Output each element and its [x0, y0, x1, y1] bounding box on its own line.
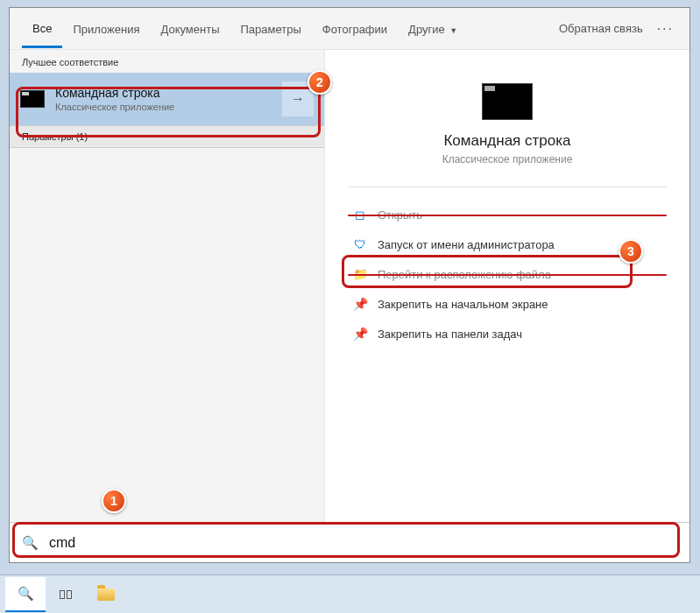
action-open-location[interactable]: 📁 Перейти к расположению файла — [348, 259, 667, 289]
annotation-badge-2: 2 — [308, 70, 332, 95]
action-location-label: Перейти к расположению файла — [378, 268, 551, 281]
windows-search-panel: Все Приложения Документы Параметры Фотог… — [9, 7, 690, 563]
pin-taskbar-icon: 📌 — [351, 327, 369, 341]
annotation-badge-1: 1 — [102, 489, 126, 513]
tab-other[interactable]: Другие ▼ — [398, 11, 468, 46]
tab-settings[interactable]: Параметры — [230, 11, 311, 46]
details-subtitle: Классическое приложение — [325, 153, 689, 166]
search-tabs-bar: Все Приложения Документы Параметры Фотог… — [10, 8, 689, 50]
result-subtitle: Классическое приложение — [55, 102, 277, 112]
settings-group-label: Параметры (1) — [10, 125, 324, 148]
tab-photos[interactable]: Фотографии — [312, 11, 398, 46]
best-match-label: Лучшее соответствие — [10, 50, 324, 73]
annotation-badge-3: 3 — [619, 239, 643, 264]
taskbar-taskview-button[interactable] — [46, 577, 86, 612]
search-icon: 🔍 — [18, 586, 34, 602]
folder-location-icon: 📁 — [351, 267, 369, 281]
pin-start-icon: 📌 — [351, 297, 369, 311]
action-run-admin-label: Запуск от имени администратора — [378, 238, 555, 251]
action-pin-taskbar-label: Закрепить на панели задач — [378, 328, 522, 341]
action-pin-start-label: Закрепить на начальном экране — [378, 298, 548, 311]
tab-all[interactable]: Все — [22, 10, 62, 48]
more-options-icon[interactable]: ··· — [654, 21, 677, 37]
cmd-large-icon — [482, 83, 533, 120]
divider — [348, 187, 667, 187]
taskbar-search-button[interactable]: 🔍 — [5, 577, 46, 612]
tab-documents[interactable]: Документы — [150, 11, 230, 46]
tab-apps[interactable]: Приложения — [62, 11, 150, 46]
action-pin-start[interactable]: 📌 Закрепить на начальном экране — [348, 289, 667, 319]
admin-icon: 🛡 — [351, 237, 369, 251]
action-open[interactable]: ◻ Открыть — [348, 200, 667, 229]
taskbar-explorer-button[interactable] — [86, 577, 126, 612]
chevron-down-icon: ▼ — [449, 26, 457, 35]
result-title: Командная строка — [55, 86, 277, 100]
folder-icon — [97, 588, 115, 601]
open-icon: ◻ — [351, 208, 369, 222]
action-pin-taskbar[interactable]: 📌 Закрепить на панели задач — [348, 319, 667, 349]
windows-taskbar: 🔍 — [0, 574, 700, 613]
taskview-icon — [60, 590, 72, 599]
search-input[interactable] — [49, 535, 677, 551]
search-details-pane: Командная строка Классическое приложение… — [325, 50, 689, 522]
search-input-bar: 🔍 — [10, 522, 689, 562]
cmd-icon — [20, 90, 45, 108]
tab-other-label: Другие — [408, 23, 445, 36]
search-icon: 🔍 — [22, 535, 39, 551]
action-open-label: Открыть — [378, 208, 422, 222]
search-result-cmd[interactable]: Командная строка Классическое приложение… — [10, 73, 324, 125]
details-title: Командная строка — [325, 132, 689, 150]
search-results-column: Лучшее соответствие Командная строка Кла… — [10, 50, 325, 522]
feedback-link[interactable]: Обратная связь — [559, 22, 643, 35]
